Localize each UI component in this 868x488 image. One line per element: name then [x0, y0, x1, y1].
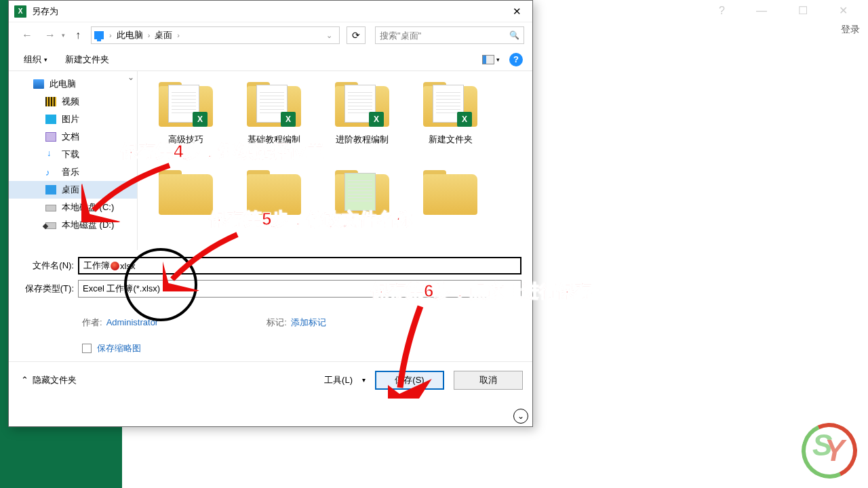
picture-icon — [45, 115, 56, 124]
tags-label: 标记: — [267, 317, 287, 327]
dialog-body: 此电脑 视频 图片 文档 下载 ♪音乐 桌面 本地磁盘 (C:) 本地磁盘 (D… — [9, 71, 532, 250]
checkbox-icon[interactable] — [82, 344, 92, 353]
dialog-titlebar: X 另存为 ✕ — [9, 1, 532, 22]
address-dropdown-icon[interactable]: ⌄ — [322, 31, 336, 40]
history-dropdown-icon[interactable]: ▾ — [62, 32, 65, 39]
excel-icon: X — [14, 5, 26, 18]
dialog-footer: ⌃隐藏文件夹 工具(L)▾ 保存(S) 取消 — [9, 361, 532, 398]
sidebar-item-documents[interactable]: 文档 — [9, 128, 137, 146]
refresh-button[interactable]: ⟳ — [347, 26, 366, 44]
back-button[interactable]: ← — [17, 27, 37, 43]
filename-input[interactable]: 工作簿xlsx — [78, 257, 521, 274]
crumb-desktop[interactable]: 桌面 — [151, 29, 176, 41]
video-icon — [45, 97, 56, 106]
chevron-icon[interactable]: › — [108, 31, 113, 39]
dialog-close-button[interactable]: ✕ — [501, 1, 532, 22]
help-icon[interactable]: ? — [719, 5, 725, 17]
tools-button[interactable]: 工具(L)▾ — [324, 374, 366, 386]
folder-item[interactable] — [230, 166, 318, 250]
folder-item[interactable]: X进阶教程编制 — [318, 78, 406, 166]
this-pc-icon — [94, 31, 104, 39]
login-link[interactable]: 登录 — [841, 24, 860, 36]
desktop-icon — [45, 185, 56, 195]
metadata-row: 作者:Administrator 标记:添加标记 — [9, 307, 532, 336]
sidebar-item-pictures[interactable]: 图片 — [9, 110, 137, 128]
sidebar-item-desktop[interactable]: 桌面 — [9, 181, 137, 199]
folder-icon: X — [156, 82, 216, 129]
up-button[interactable]: ↑ — [68, 27, 88, 43]
dialog-title: 另存为 — [32, 5, 501, 18]
music-icon: ♪ — [45, 167, 56, 177]
folder-icon — [156, 170, 216, 218]
folder-icon: X — [244, 82, 304, 129]
minimize-icon[interactable]: — — [756, 5, 767, 17]
sidebar: 此电脑 视频 图片 文档 下载 ♪音乐 桌面 本地磁盘 (C:) 本地磁盘 (D… — [9, 71, 138, 250]
help-button[interactable]: ? — [509, 53, 523, 66]
folder-icon — [332, 170, 392, 218]
crumb-pc[interactable]: 此电脑 — [113, 29, 146, 41]
folder-icon: X — [420, 82, 480, 129]
filetype-label: 保存类型(T): — [20, 283, 78, 295]
view-menu-button[interactable]: ▾ — [482, 55, 500, 64]
chevron-icon[interactable]: › — [176, 31, 181, 39]
parent-window-controls: ? — ☐ ✕ — [719, 4, 868, 17]
hide-folders-button[interactable]: ⌃隐藏文件夹 — [21, 374, 77, 386]
watermark-logo: SY — [802, 423, 857, 479]
excel-bg-left — [0, 0, 8, 488]
author-value[interactable]: Administrator — [106, 317, 159, 327]
save-button[interactable]: 保存(S) — [375, 371, 444, 390]
search-icon[interactable]: 🔍 — [509, 30, 519, 40]
toolbar: 组织▾ 新建文件夹 ▾ ? — [9, 48, 532, 71]
new-folder-button[interactable]: 新建文件夹 — [65, 54, 109, 66]
filetype-select[interactable]: Excel 工作簿(*.xlsx)⌄ — [78, 280, 521, 298]
forward-button[interactable]: → — [40, 27, 60, 43]
author-label: 作者: — [82, 317, 102, 327]
cancel-button[interactable]: 取消 — [454, 371, 523, 390]
pc-icon — [33, 79, 44, 89]
sidebar-item-music[interactable]: ♪音乐 — [9, 163, 137, 181]
disk-icon — [45, 222, 56, 229]
sidebar-item-video[interactable]: 视频 — [9, 93, 137, 110]
file-area[interactable]: X高级技巧 X基础教程编制 X进阶教程编制 X新建文件夹 — [138, 71, 532, 250]
tags-value[interactable]: 添加标记 — [291, 317, 326, 327]
organize-button[interactable]: 组织▾ — [24, 54, 47, 66]
maximize-icon[interactable]: ☐ — [798, 4, 808, 17]
document-icon — [45, 132, 56, 142]
nav-row: ← → ▾ ↑ › 此电脑 › 桌面 › ⌄ ⟳ 🔍 — [9, 22, 532, 48]
search-box[interactable]: 🔍 — [375, 26, 524, 44]
thumbnail-option[interactable]: 保存缩略图 — [9, 336, 532, 361]
filename-label: 文件名(N): — [20, 260, 78, 272]
close-icon[interactable]: ✕ — [839, 4, 848, 17]
folder-item[interactable]: X高级技巧 — [142, 78, 230, 166]
folder-item[interactable] — [318, 166, 406, 250]
folder-icon — [420, 170, 480, 218]
sidebar-item-downloads[interactable]: 下载 — [9, 146, 137, 163]
folder-icon — [244, 170, 304, 218]
form-area: 文件名(N): 工作簿xlsx 保存类型(T): Excel 工作簿(*.xls… — [9, 250, 532, 307]
excel-bg-bottom — [0, 427, 122, 488]
search-input[interactable] — [380, 30, 509, 41]
folder-item[interactable]: X新建文件夹 — [406, 78, 494, 166]
folder-item[interactable]: X基础教程编制 — [230, 78, 318, 166]
chevron-up-icon: ⌃ — [21, 375, 28, 385]
disk-icon — [45, 205, 56, 211]
chevron-icon[interactable]: › — [146, 31, 152, 39]
save-as-dialog: X 另存为 ✕ ← → ▾ ↑ › 此电脑 › 桌面 › ⌄ ⟳ 🔍 组织▾ 新… — [8, 0, 533, 427]
sidebar-item-disk-c[interactable]: 本地磁盘 (C:) — [9, 199, 137, 216]
folder-item[interactable] — [406, 166, 494, 250]
view-icon — [482, 55, 494, 64]
address-bar[interactable]: › 此电脑 › 桌面 › ⌄ — [91, 26, 340, 44]
expand-button[interactable]: ⌄ — [513, 409, 528, 424]
cursor-marker-icon — [111, 262, 119, 270]
sidebar-item-pc[interactable]: 此电脑 — [9, 75, 137, 93]
folder-icon: X — [332, 82, 392, 129]
sidebar-item-disk-d[interactable]: 本地磁盘 (D:) — [9, 216, 137, 234]
download-icon — [45, 150, 56, 159]
folder-item[interactable] — [142, 166, 230, 250]
